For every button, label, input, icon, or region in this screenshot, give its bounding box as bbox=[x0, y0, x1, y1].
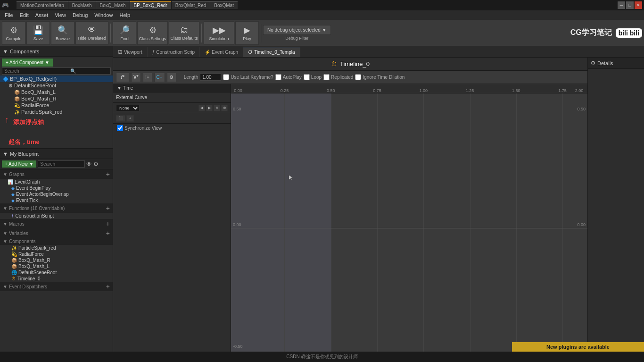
tree-label-bp: BP_BoxQ_Red(self) bbox=[10, 76, 57, 82]
bp-mash-l-label: BoxQ_Mash_L bbox=[18, 264, 50, 269]
bp-particle[interactable]: ✨ ParticleSpark_red bbox=[0, 245, 113, 251]
tree-item-defaultroot[interactable]: ⚙ DefaultSceneRoot bbox=[0, 82, 113, 89]
construction-tab-label: Construction Scrip bbox=[156, 50, 195, 55]
bp-mash-l[interactable]: 📦 BoxQ_Mash_L bbox=[0, 263, 113, 269]
details-icon: ⚙ bbox=[591, 60, 595, 66]
eventgraph-tab-icon: ⚡ bbox=[205, 50, 210, 55]
add-key-btn[interactable]: + bbox=[126, 115, 134, 122]
tree-item-particle[interactable]: ✨ ParticleSpark_red bbox=[0, 109, 113, 115]
bp-settings-btn[interactable]: ⚙ bbox=[93, 161, 99, 168]
track-back-btn[interactable]: ◀ bbox=[198, 105, 205, 111]
macros-add-btn[interactable]: + bbox=[106, 220, 110, 227]
length-input[interactable] bbox=[200, 74, 221, 81]
variables-add-btn[interactable]: + bbox=[106, 229, 110, 237]
menu-item-debug[interactable]: Debug bbox=[70, 11, 91, 19]
blueprint-header: ▼ My Blueprint bbox=[0, 149, 113, 159]
track-fwd-btn[interactable]: ▶ bbox=[206, 105, 213, 111]
timeline-graph[interactable]: 0.00 0.25 0.50 0.75 1.00 1.25 1.50 1.75 … bbox=[231, 84, 587, 362]
menu-item-edit[interactable]: Edit bbox=[17, 11, 32, 19]
plugins-bar[interactable]: New plugins are available bbox=[512, 342, 644, 352]
title-tabs: MotionControllerMapBoxMashBoxQ_MashBP_Bo… bbox=[17, 1, 617, 9]
browse-label: Browse bbox=[56, 36, 70, 41]
tree-item-bp[interactable]: 🔷 BP_BoxQ_Red(self) bbox=[0, 76, 113, 82]
title-tab-motioncontrollermap[interactable]: MotionControllerMap bbox=[17, 1, 68, 9]
actoroverlap-label: Event ActorBeginOverlap bbox=[16, 192, 69, 197]
bp-eye-btn[interactable]: 👁 bbox=[86, 161, 92, 168]
tree-label-radial: RadialForce bbox=[21, 102, 49, 108]
bp-sceneroot[interactable]: 🌐 DefaultSceneRoot bbox=[0, 269, 113, 276]
add-component-btn[interactable]: + Add Component ▼ bbox=[2, 59, 53, 67]
tab-viewport[interactable]: 🖼 Viewport bbox=[113, 47, 148, 57]
tab-construction[interactable]: ƒ Construction Scrip bbox=[148, 47, 200, 57]
variables-arrow: ▼ bbox=[3, 231, 8, 236]
track-zoom-btn[interactable]: ⊕ bbox=[221, 105, 228, 111]
maximize-btn[interactable]: □ bbox=[626, 1, 634, 9]
app-icon: 🎮 bbox=[2, 2, 9, 8]
y-label-left-050: 0.50 bbox=[233, 107, 241, 111]
tab-eventgraph[interactable]: ⚡ Event Graph bbox=[200, 47, 243, 57]
simulation-icon: ▶▶ bbox=[213, 25, 226, 35]
components-search-input[interactable] bbox=[4, 68, 70, 74]
bp-radial[interactable]: 💫 RadialForce bbox=[0, 251, 113, 257]
bp-actoroverlap[interactable]: ◆ Event ActorBeginOverlap bbox=[0, 191, 113, 197]
class-defaults-btn[interactable]: 🗂 Class Defaults bbox=[169, 21, 199, 45]
bp-add-new-btn[interactable]: + Add New ▼ bbox=[2, 160, 36, 168]
hide-unrelated-btn[interactable]: 👁 Hide Unrelated bbox=[75, 21, 108, 45]
timeline-ruler: 0.00 0.25 0.50 0.75 1.00 1.25 1.50 1.75 … bbox=[231, 84, 587, 93]
save-icon: 💾 bbox=[33, 25, 43, 35]
window-controls: ─ □ ✕ bbox=[618, 1, 642, 9]
track-options-btn[interactable]: ⚙ bbox=[167, 73, 176, 82]
track-x-btn[interactable]: ✕ bbox=[214, 105, 220, 111]
dispatchers-add-btn[interactable]: + bbox=[106, 283, 110, 290]
use-last-keyframe-check[interactable] bbox=[223, 74, 229, 80]
curve-select[interactable]: None bbox=[116, 105, 140, 111]
title-tab-boxqmat[interactable]: BoxQMat bbox=[210, 1, 238, 9]
add-float-track-btn[interactable]: f* bbox=[116, 73, 129, 82]
replicated-check[interactable] bbox=[323, 74, 330, 80]
menu-item-view[interactable]: View bbox=[52, 11, 69, 19]
bp-mash-r[interactable]: 📦 BoxQ_Mash_R bbox=[0, 257, 113, 263]
menu-item-file[interactable]: File bbox=[2, 11, 16, 19]
close-btn[interactable]: ✕ bbox=[635, 1, 642, 9]
bp-timeline[interactable]: ⏱ Timeline_0 bbox=[0, 276, 113, 282]
loop-check[interactable] bbox=[304, 74, 310, 80]
compile-btn[interactable]: ⚙ Compile bbox=[2, 21, 25, 45]
bp-beginplay[interactable]: ◆ Event BeginPlay bbox=[0, 185, 113, 191]
tree-item-radial[interactable]: 💫 RadialForce bbox=[0, 102, 113, 109]
graphs-add-btn[interactable]: + bbox=[106, 170, 110, 178]
debug-section: No debug object selected ▼ Debug Filter bbox=[263, 25, 331, 41]
bp-timeline-label: Timeline_0 bbox=[17, 276, 41, 281]
bp-eventtick[interactable]: ◆ Event Tick bbox=[0, 197, 113, 203]
autoplay-check[interactable] bbox=[275, 74, 281, 80]
tree-item-mash-l[interactable]: 📦 BoxQ_Mash_L bbox=[0, 89, 113, 95]
sync-view-check[interactable] bbox=[117, 125, 123, 131]
functions-add-btn[interactable]: + bbox=[106, 204, 110, 212]
simulation-btn[interactable]: ▶▶ Simulation bbox=[204, 21, 234, 45]
class-settings-btn[interactable]: ⚙ Class Settings bbox=[137, 21, 168, 45]
add-color-track-btn[interactable]: C+ bbox=[154, 73, 165, 82]
playhead-pos-btn[interactable]: ⬛ bbox=[116, 115, 125, 122]
add-event-track-btn[interactable]: !+ bbox=[143, 73, 152, 82]
blueprint-panel: ▼ My Blueprint + Add New ▼ 👁 ⚙ ▼ Graphs … bbox=[0, 149, 113, 362]
title-tab-boxmash[interactable]: BoxMash bbox=[68, 1, 96, 9]
title-tab-boxqmash[interactable]: BoxQ_Mash bbox=[96, 1, 130, 9]
menu-item-asset[interactable]: Asset bbox=[33, 11, 51, 19]
functions-section-header: ▼ Functions (18 Overridable) + bbox=[0, 203, 113, 213]
ignore-dilation-check[interactable] bbox=[355, 74, 361, 80]
menu-item-window[interactable]: Window bbox=[91, 11, 116, 19]
find-btn[interactable]: 🔎 Find bbox=[113, 21, 136, 45]
bp-eventgraph[interactable]: 📊 EventGraph bbox=[0, 179, 113, 185]
save-btn[interactable]: 💾 Save bbox=[26, 21, 50, 45]
minimize-btn[interactable]: ─ bbox=[618, 1, 625, 9]
title-tab-bpboxqredr[interactable]: BP_BoxQ_Redr bbox=[130, 1, 171, 9]
bp-search-input[interactable] bbox=[38, 160, 85, 168]
play-btn[interactable]: ▶ Play bbox=[235, 21, 259, 45]
debug-filter-btn[interactable]: No debug object selected ▼ bbox=[263, 25, 331, 35]
add-vector-track-btn[interactable]: V* bbox=[131, 73, 141, 82]
tab-timeline[interactable]: ⏱ Timeline_0_Templa bbox=[243, 47, 300, 57]
tree-item-mash-r[interactable]: 📦 BoxQ_Mash_R bbox=[0, 95, 113, 102]
bp-constructionscript[interactable]: ƒ ConstructionScript bbox=[0, 213, 113, 219]
menu-item-help[interactable]: Help bbox=[116, 11, 133, 19]
browse-btn[interactable]: 🔍 Browse bbox=[51, 21, 74, 45]
title-tab-boxqmatred[interactable]: BoxQMat_Red bbox=[172, 1, 210, 9]
